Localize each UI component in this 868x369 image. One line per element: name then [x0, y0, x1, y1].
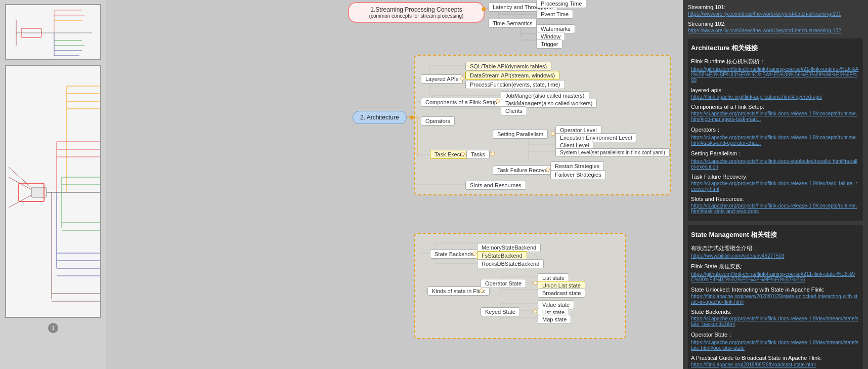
clients-node: Clients [501, 106, 527, 115]
arch-link-0: Flink Runtime 核心机制剖析： https://github.com… [691, 58, 860, 83]
restart-strategies-node: Restart Strategies [550, 161, 604, 171]
datastream-node: DataStream API(stream, windows) [465, 71, 559, 80]
failover-strategies-node: Failover Strategies [550, 170, 606, 179]
setting-parallelism-node: Setting Parallelism [493, 130, 548, 139]
arch-section-title: Architecture 相关链接 [691, 42, 860, 55]
state-section-title: State Management 相关链接 [691, 228, 860, 241]
state-link-4: Operator State： https://ci.apache.org/pr… [691, 331, 860, 351]
tasks-node: Tasks [466, 150, 490, 159]
operator-state-dot [533, 281, 537, 285]
components-dot [496, 99, 500, 103]
state-link-0: 有状态流式处理概念介绍： https://www.bilibili.com/vi… [691, 244, 860, 259]
slots-resources-node: Slots and Resources [465, 181, 526, 190]
state-links-section: State Management 相关链接 有状态流式处理概念介绍： https… [688, 225, 863, 369]
thumbnail-panel: 1 [0, 0, 106, 369]
broadcast-state-node: Broadcast state [538, 289, 585, 298]
thumbnail-full[interactable] [5, 65, 101, 318]
thumbnail-viewport[interactable] [5, 4, 101, 60]
parallelism-dot [551, 132, 555, 136]
sql-table-node: SQL/Table API(dynamic tables) [465, 62, 551, 71]
map-state-node: Map state [538, 315, 571, 324]
time-semantics-node: Time Semantics [488, 19, 537, 28]
state-link-5: A Practical Guide to Broadcast State in … [691, 355, 860, 367]
arch-link-6: Slots and Resources: https://ci.apache.o… [691, 196, 860, 214]
operator-state-node: Operator State [481, 279, 526, 288]
rocks-backend-node: RocksDBStateBackend [477, 259, 544, 268]
streaming-connector-dot [482, 7, 486, 11]
processing-time-node: Processing Time [536, 0, 586, 8]
keyed-state-node: Keyed State [481, 307, 520, 316]
operators-node: Operators [421, 116, 455, 126]
arch-link-4: Setting Parallelism： https://ci.apache.o… [691, 150, 860, 170]
layered-apis-node: Layered APIs [421, 74, 463, 84]
failure-dot [546, 168, 550, 172]
layered-apis-dot [460, 76, 464, 80]
process-func-node: ProcessFunction(events, state, time) [465, 80, 565, 89]
info-panel: Streaming 101: https://www.oreilly.com/i… [683, 0, 868, 369]
system-level-node: System Level(set parallelism in flink-co… [555, 148, 670, 157]
state-backends-dot [472, 252, 476, 256]
state-backends-node: State Backends [430, 250, 478, 259]
event-time-node: Event Time [536, 10, 573, 19]
architecture-main-node: 2. Architecture [353, 111, 407, 124]
arch-links-section: Architecture 相关链接 Flink Runtime 核心机制剖析： … [688, 38, 863, 221]
arch-link-1: layered-apis: https://flink.apache.org/f… [691, 87, 860, 100]
page-number: 1 [48, 323, 58, 333]
keyed-state-dot [533, 309, 537, 313]
state-link-3: State Backends: https://ci.apache.org/pr… [691, 309, 860, 327]
main-content: 1.Streaming Processing Concepts (common … [106, 0, 868, 369]
streaming-concept-node: 1.Streaming Processing Concepts (common … [348, 2, 485, 23]
state-link-1: Flink State 最佳实践: https://github.com/fli… [691, 263, 860, 282]
arch-connector-dot [410, 115, 414, 119]
task-exec-dot [461, 152, 465, 156]
streaming-101-link: Streaming 101: https://www.oreilly.com/i… [688, 4, 841, 17]
arch-link-3: Operators： https://ci.apache.org/project… [691, 126, 860, 146]
tasks-dot [491, 152, 495, 156]
kinds-dot [480, 289, 484, 293]
components-label: Components of a Flink Setup [421, 98, 502, 107]
streaming-links-section: Streaming 101: https://www.oreilly.com/i… [688, 4, 863, 33]
trigger-node: Trigger [536, 39, 562, 49]
arch-link-2: Components of a Flink Setup: https://ci.… [691, 104, 860, 122]
streaming-102-link: Streaming 102: https://www.oreilly.com/i… [688, 21, 863, 33]
state-link-2: State Unlocked: Interacting with State i… [691, 286, 860, 305]
arch-link-5: Task Failure Recovery: https://ci.apache… [691, 174, 860, 192]
